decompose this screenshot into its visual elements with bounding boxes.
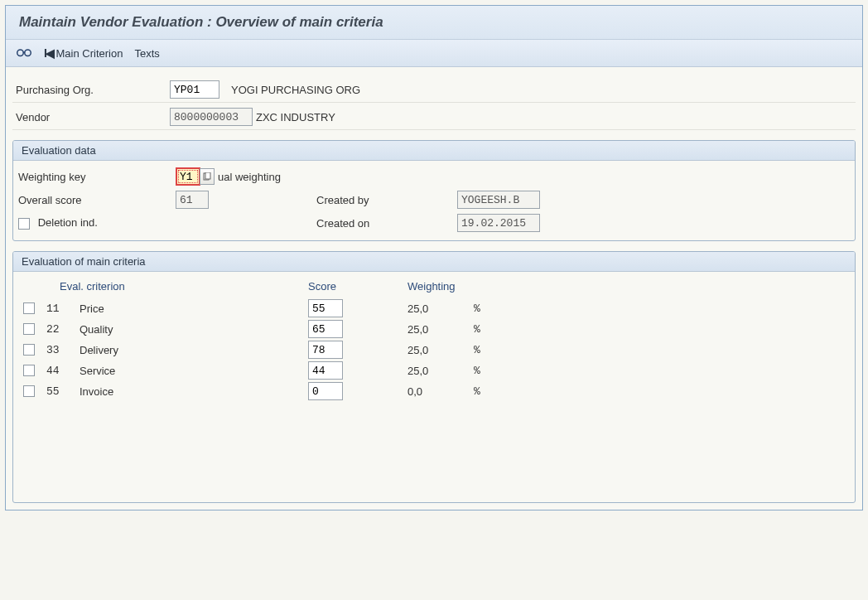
created-by-label: Created by: [316, 194, 457, 206]
criteria-row-checkbox[interactable]: [23, 344, 35, 356]
page-title: Maintain Vendor Evaluation : Overview of…: [6, 6, 862, 40]
texts-button[interactable]: Texts: [134, 47, 159, 60]
evaluation-data-panel: Evaluation data Weighting key ual weight…: [12, 140, 856, 241]
weighting-key-label: Weighting key: [18, 171, 176, 183]
created-by-input: [457, 191, 540, 209]
criteria-row: 33Delivery25,0%: [20, 341, 848, 359]
criteria-code: 44: [46, 365, 80, 377]
vendor-desc: ZXC INDUSTRY: [256, 111, 335, 123]
overall-score-input: [176, 191, 209, 209]
criteria-panel: Evaluation of main criteria Eval. criter…: [12, 251, 856, 503]
evaluation-data-title: Evaluation data: [13, 141, 855, 161]
col-weighting: Weighting: [407, 280, 540, 293]
purchasing-org-desc: YOGI PURCHASING ORG: [231, 84, 360, 96]
criteria-row: 44Service25,0%: [20, 361, 848, 380]
svg-point-0: [17, 50, 24, 56]
criteria-name: Service: [80, 365, 308, 377]
criteria-row-checkbox[interactable]: [23, 365, 35, 376]
svg-rect-3: [205, 172, 210, 179]
criteria-score-input[interactable]: [308, 320, 343, 338]
criteria-weight: 0,0: [407, 385, 474, 398]
percent-symbol: %: [474, 302, 499, 315]
deletion-ind-row: Deletion ind.: [18, 216, 176, 230]
weighting-key-input[interactable]: [176, 167, 200, 186]
col-score: Score: [308, 280, 407, 293]
criteria-row-checkbox[interactable]: [23, 302, 35, 314]
criteria-code: 22: [46, 323, 80, 336]
criteria-headers: Eval. criterion Score Weighting: [20, 280, 848, 293]
criteria-score-input[interactable]: [308, 341, 343, 359]
vendor-label: Vendor: [12, 111, 170, 123]
content-area: Purchasing Org. YOGI PURCHASING ORG Vend…: [6, 67, 862, 510]
criteria-score-input[interactable]: [308, 361, 343, 380]
criteria-name: Price: [80, 302, 308, 315]
percent-symbol: %: [474, 385, 499, 398]
criteria-panel-title: Evaluation of main criteria: [13, 252, 855, 272]
col-eval-criterion: Eval. criterion: [60, 280, 308, 293]
criteria-name: Delivery: [80, 344, 308, 356]
svg-point-1: [25, 50, 31, 56]
percent-symbol: %: [474, 323, 499, 336]
criteria-name: Quality: [80, 323, 308, 336]
vendor-row: Vendor ZXC INDUSTRY: [12, 106, 856, 130]
vendor-input: [170, 108, 253, 126]
deletion-ind-label: Deletion ind.: [38, 216, 98, 229]
criteria-row: 55Invoice0,0%: [20, 382, 848, 400]
criteria-rows: 11Price25,0%22Quality25,0%33Delivery25,0…: [20, 299, 848, 400]
display-icon[interactable]: [16, 45, 32, 61]
toolbar: I◀ Main Criterion Texts: [6, 40, 862, 67]
main-criterion-button[interactable]: I◀ Main Criterion: [44, 46, 123, 60]
criteria-weight: 25,0: [407, 344, 474, 356]
main-window: Maintain Vendor Evaluation : Overview of…: [5, 5, 863, 510]
overall-score-label: Overall score: [18, 194, 176, 206]
criteria-code: 33: [46, 344, 80, 356]
f4-help-button[interactable]: [200, 168, 215, 185]
created-on-label: Created on: [316, 217, 457, 230]
created-on-input: [457, 214, 540, 232]
criteria-row-checkbox[interactable]: [23, 385, 35, 397]
criteria-weight: 25,0: [407, 302, 474, 315]
purchasing-org-row: Purchasing Org. YOGI PURCHASING ORG: [12, 79, 856, 103]
criteria-weight: 25,0: [407, 323, 474, 336]
first-record-icon: I◀: [44, 46, 53, 60]
criteria-row-checkbox[interactable]: [23, 323, 35, 335]
purchasing-org-label: Purchasing Org.: [12, 84, 170, 96]
percent-symbol: %: [474, 365, 499, 377]
criteria-row: 11Price25,0%: [20, 299, 848, 317]
criteria-score-input[interactable]: [308, 299, 343, 317]
criteria-row: 22Quality25,0%: [20, 320, 848, 338]
criteria-name: Invoice: [80, 385, 308, 398]
main-criterion-label: Main Criterion: [56, 47, 123, 60]
deletion-ind-checkbox[interactable]: [18, 218, 30, 230]
criteria-weight: 25,0: [407, 365, 474, 377]
percent-symbol: %: [474, 344, 499, 356]
criteria-code: 55: [46, 385, 80, 398]
weighting-key-desc: ual weighting: [218, 171, 281, 183]
purchasing-org-input[interactable]: [170, 80, 219, 99]
criteria-code: 11: [46, 302, 80, 315]
criteria-score-input[interactable]: [308, 382, 343, 400]
